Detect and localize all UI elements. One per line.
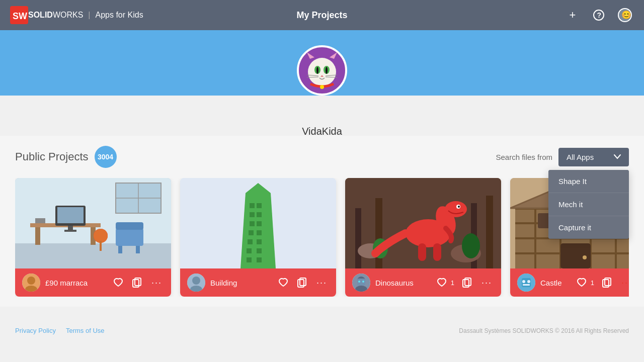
- project-card-2: Building: [180, 178, 336, 297]
- card-4-avatar-image: [517, 274, 535, 292]
- svg-rect-53: [257, 212, 262, 217]
- svg-point-37: [94, 229, 108, 243]
- card-3-scene: [345, 178, 501, 268]
- projects-title-group: Public Projects 3004: [15, 146, 117, 168]
- svg-point-113: [527, 280, 530, 283]
- projects-title: Public Projects: [15, 150, 89, 163]
- dropdown-item-captureit[interactable]: Capture it: [548, 216, 629, 239]
- privacy-policy-link[interactable]: Privacy Policy: [15, 327, 56, 334]
- card-1-image: [15, 178, 171, 268]
- svg-rect-56: [249, 230, 254, 235]
- svg-rect-42: [136, 246, 140, 253]
- svg-rect-61: [257, 248, 262, 253]
- card-1-copy-button[interactable]: [131, 277, 142, 289]
- main-content: Public Projects 3004 Search files from A…: [0, 136, 644, 307]
- card-1-user: £90 marraca: [22, 274, 112, 292]
- card-2-footer: Building: [180, 268, 336, 297]
- card-3-more-button[interactable]: ···: [479, 277, 494, 289]
- svg-text:😊: 😊: [621, 10, 631, 20]
- card-1-like-button[interactable]: [112, 277, 124, 288]
- svg-point-15: [326, 67, 328, 74]
- user-menu-button[interactable]: 😊: [616, 6, 634, 24]
- card-2-more-button[interactable]: ···: [314, 277, 329, 289]
- search-group: Search files from All Apps Shape It Mech…: [496, 148, 629, 166]
- project-card-3: Dinosaurus 1: [345, 178, 501, 297]
- card-2-actions: ···: [277, 277, 329, 289]
- card-1-avatar-image: [22, 274, 40, 292]
- svg-rect-55: [257, 221, 262, 226]
- card-1-more-button[interactable]: ···: [149, 277, 164, 289]
- svg-point-109: [583, 255, 587, 259]
- dropdown-item-mechit[interactable]: Mech it: [548, 193, 629, 216]
- svg-rect-84: [433, 243, 441, 261]
- heart-icon: [113, 278, 123, 287]
- card-3-like-button[interactable]: [436, 277, 448, 288]
- svg-rect-34: [64, 230, 76, 232]
- card-3-actions: 1 ···: [436, 277, 494, 289]
- card-2-like-button[interactable]: [277, 277, 289, 288]
- svg-rect-41: [118, 246, 122, 253]
- card-3-like-count: 1: [451, 279, 454, 287]
- svg-point-44: [27, 277, 35, 285]
- svg-rect-57: [257, 230, 262, 235]
- card-4-avatar: [517, 274, 535, 292]
- svg-rect-51: [257, 203, 262, 208]
- card-4-more-button[interactable]: ···: [619, 277, 629, 289]
- help-button[interactable]: ?: [590, 6, 608, 24]
- svg-rect-40: [116, 222, 143, 230]
- svg-rect-70: [355, 208, 361, 268]
- svg-point-90: [362, 281, 364, 283]
- logo-solid: SOLIDWORKS: [28, 11, 83, 20]
- card-1-footer: £90 marraca: [15, 268, 171, 297]
- card-4-footer: Castle 1: [510, 268, 629, 297]
- svg-point-7: [308, 58, 336, 86]
- card-4-like-group: 1: [576, 277, 594, 288]
- all-apps-dropdown[interactable]: All Apps: [558, 148, 629, 166]
- svg-rect-33: [68, 226, 73, 230]
- card-1-name: £90 marraca: [45, 279, 88, 287]
- dropdown-item-shapeit[interactable]: Shape It: [548, 170, 629, 193]
- card-3-avatar: [352, 274, 370, 292]
- terms-of-use-link[interactable]: Terms of Use: [66, 327, 105, 334]
- user-banner: VidaKida: [0, 30, 644, 96]
- card-4-name: Castle: [540, 279, 562, 287]
- card-3-copy-button[interactable]: [461, 277, 472, 289]
- svg-rect-52: [250, 212, 255, 217]
- card-1-like-group: [112, 277, 124, 288]
- heart-icon: [278, 278, 288, 287]
- card-4-copy-button[interactable]: [601, 277, 612, 289]
- card-1-avatar: [22, 274, 40, 292]
- add-button[interactable]: +: [564, 6, 582, 24]
- svg-rect-32: [57, 207, 84, 223]
- avatar-image: [299, 48, 345, 93]
- chevron-down-icon: [614, 154, 621, 159]
- svg-text:SW: SW: [13, 11, 27, 21]
- svg-rect-39: [116, 228, 143, 246]
- logo-divider: |: [88, 11, 90, 20]
- card-2-avatar-image: [187, 274, 205, 292]
- project-card-1: £90 marraca: [15, 178, 171, 297]
- copy-icon: [297, 278, 306, 288]
- solidworks-logo-icon: SW: [10, 6, 28, 24]
- logo-apps-kids: Apps for Kids: [96, 11, 143, 20]
- card-2-avatar: [187, 274, 205, 292]
- svg-rect-108: [560, 243, 591, 268]
- dropdown-selected-label: All Apps: [567, 153, 594, 161]
- svg-rect-58: [248, 239, 253, 244]
- copy-icon: [462, 278, 471, 288]
- card-4-like-button[interactable]: [576, 277, 588, 288]
- card-2-image: [180, 178, 336, 268]
- card-4-actions: 1 ···: [576, 277, 629, 289]
- heart-icon: [577, 278, 587, 287]
- svg-point-89: [358, 281, 360, 283]
- card-2-like-group: [277, 277, 289, 288]
- svg-point-112: [522, 280, 525, 283]
- header-title: My Projects: [296, 10, 347, 21]
- projects-count-badge: 3004: [95, 146, 117, 168]
- svg-rect-24: [15, 243, 171, 268]
- svg-rect-60: [247, 248, 252, 253]
- card-2-copy-button[interactable]: [296, 277, 307, 289]
- svg-rect-38: [100, 241, 102, 251]
- card-3-like-group: 1: [436, 277, 454, 288]
- svg-rect-83: [418, 243, 426, 261]
